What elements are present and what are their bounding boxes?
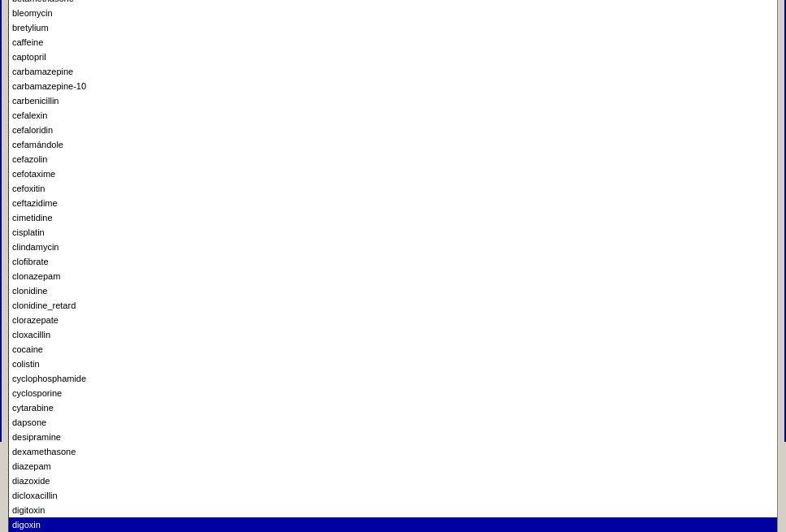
list-item[interactable]: carbenicillin: [9, 93, 777, 108]
list-item[interactable]: caffeine: [9, 35, 777, 50]
list-item[interactable]: cocaine: [9, 342, 777, 357]
list-item[interactable]: clonazepam: [9, 269, 777, 283]
list-item[interactable]: colistin: [9, 357, 777, 371]
list-item[interactable]: digoxin: [9, 517, 777, 532]
list-item[interactable]: cefotaxime: [9, 167, 777, 181]
list-item[interactable]: cyclosporine: [9, 386, 777, 400]
list-item[interactable]: bretylium: [9, 20, 777, 35]
list-item[interactable]: betamethasone: [9, 0, 777, 6]
list-item[interactable]: dexamethasone: [9, 444, 777, 459]
list-item[interactable]: carbamazepine: [9, 64, 777, 79]
list-item[interactable]: ceftazidime: [9, 196, 777, 210]
content-area: Filter : benzylpenicillinbetamethasonebl…: [2, 0, 784, 532]
list-item[interactable]: cimetidine: [9, 210, 777, 225]
list-item[interactable]: dicloxacillin: [9, 488, 777, 503]
list-item[interactable]: cisplatin: [9, 225, 777, 240]
list-item[interactable]: cloxacillin: [9, 327, 777, 342]
main-window: ⚕ MwPharm 4.0 [a] _ □ ✕ InfoPacientLéčiv…: [0, 0, 786, 442]
list-item[interactable]: clonidine: [9, 283, 777, 298]
list-item[interactable]: carbamazepine-10: [9, 79, 777, 93]
list-item[interactable]: clonidine_retard: [9, 298, 777, 313]
list-item[interactable]: cyclophosphamide: [9, 371, 777, 386]
list-item[interactable]: clindamycin: [9, 240, 777, 254]
list-item[interactable]: captopril: [9, 50, 777, 64]
list-item[interactable]: diazepam: [9, 459, 777, 474]
list-item[interactable]: diazoxide: [9, 474, 777, 488]
list-item[interactable]: cefoxitin: [9, 181, 777, 196]
list-item[interactable]: cefamándole: [9, 137, 777, 152]
list-item[interactable]: cefalexin: [9, 108, 777, 123]
list-item[interactable]: cefazolin: [9, 152, 777, 167]
list-item[interactable]: cefaloridin: [9, 123, 777, 137]
list-item[interactable]: clofibrate: [9, 254, 777, 269]
list-item[interactable]: dapsone: [9, 415, 777, 430]
list-item[interactable]: cytarabine: [9, 400, 777, 415]
drug-list-container: benzylpenicillinbetamethasonebleomycinbr…: [8, 0, 778, 532]
list-item[interactable]: clorazepate: [9, 313, 777, 327]
list-item[interactable]: digitoxin: [9, 503, 777, 517]
list-item[interactable]: bleomycin: [9, 6, 777, 20]
drug-list-scroll[interactable]: benzylpenicillinbetamethasonebleomycinbr…: [9, 0, 777, 532]
list-item[interactable]: desipramine: [9, 430, 777, 444]
